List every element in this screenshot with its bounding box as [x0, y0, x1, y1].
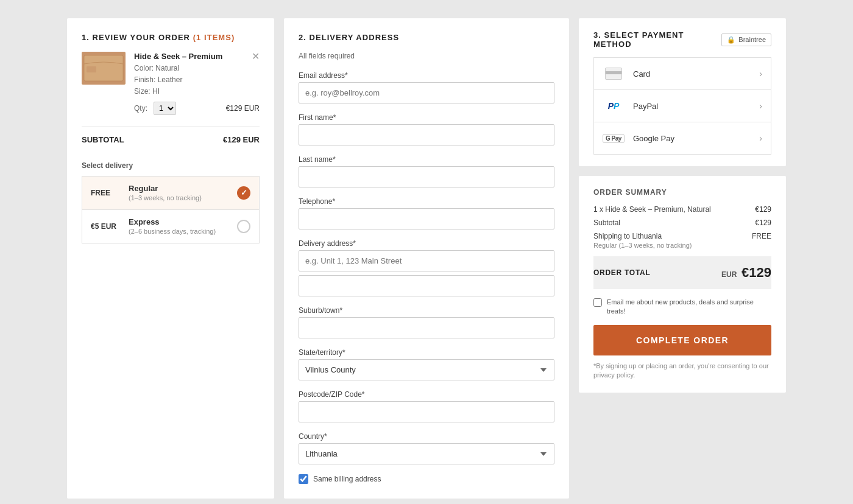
- payment-option-paypal[interactable]: PP PayPal ›: [593, 89, 771, 122]
- payment-option-googlepay[interactable]: G Pay Google Pay ›: [593, 122, 771, 155]
- email-label: Email address*: [299, 71, 554, 80]
- delivery-title: Select delivery: [82, 161, 260, 170]
- email-promo-checkbox[interactable]: [593, 298, 602, 307]
- delivery-options: FREE Regular (1–3 weeks, no tracking) €5…: [82, 176, 260, 243]
- payment-title: 3. SELECT PAYMENT METHOD: [593, 30, 721, 49]
- delivery-express-price: €5 EUR: [91, 222, 121, 231]
- suburb-group: Suburb/town*: [299, 306, 554, 338]
- postcode-group: Postcode/ZIP Code*: [299, 390, 554, 422]
- state-group: State/territory* Vilnius County Kaunas C…: [299, 348, 554, 380]
- order-review-title-text: 1. REVIEW YOUR ORDER: [82, 33, 190, 42]
- item-count-badge: (1 ITEMS): [193, 33, 235, 42]
- radio-regular[interactable]: [237, 186, 250, 200]
- delivery-address-group: Delivery address*: [299, 239, 554, 296]
- paypal-label: PayPal: [633, 102, 751, 111]
- country-label: Country*: [299, 432, 554, 441]
- postcode-input[interactable]: [299, 401, 554, 422]
- delivery-express-name: Express: [129, 217, 230, 226]
- order-total-row: ORDER TOTAL EUR €129: [593, 256, 771, 289]
- state-select[interactable]: Vilnius County Kaunas County Klaipėda Co…: [299, 359, 554, 380]
- summary-line-subtotal: Subtotal €129: [593, 219, 771, 227]
- braintree-badge: 🔒 Braintree: [721, 33, 771, 46]
- complete-order-button[interactable]: COMPLETE ORDER: [593, 325, 771, 355]
- radio-express[interactable]: [237, 220, 250, 233]
- shipping-value: FREE: [752, 232, 771, 240]
- payment-panel: 3. SELECT PAYMENT METHOD 🔒 Braintree Car…: [579, 18, 786, 499]
- delivery-express-info: Express (2–6 business days, tracking): [129, 217, 230, 236]
- email-promo-group: Email me about new products, deals and s…: [593, 298, 771, 317]
- order-item-details: Hide & Seek – Premium Color: Natural Fin…: [134, 52, 260, 115]
- subtotal-row: SUBTOTAL €129 EUR: [82, 126, 260, 153]
- item-qty-price: Qty: 1 2 3 €129 EUR: [134, 102, 260, 115]
- billing-same-label[interactable]: Same billing address: [313, 475, 381, 483]
- order-review-panel: 1. REVIEW YOUR ORDER (1 ITEMS) Hide & Se…: [67, 18, 274, 499]
- svg-rect-3: [87, 66, 96, 72]
- payment-option-card[interactable]: Card ›: [593, 57, 771, 90]
- first-name-group: First name*: [299, 113, 554, 145]
- product-image: [82, 52, 126, 85]
- qty-select[interactable]: 1 2 3: [154, 102, 176, 115]
- item-meta: Color: Natural Finish: Leather Size: HI: [134, 63, 260, 98]
- first-name-label: First name*: [299, 113, 554, 122]
- summary-subtotal-value: €129: [755, 219, 771, 227]
- shipping-label: Shipping to Lithuania: [593, 232, 662, 240]
- card-chevron-icon: ›: [759, 69, 762, 79]
- order-review-title: 1. REVIEW YOUR ORDER (1 ITEMS): [82, 33, 260, 42]
- summary-item-value: €129: [755, 205, 771, 214]
- paypal-chevron-icon: ›: [759, 101, 762, 111]
- first-name-input[interactable]: [299, 124, 554, 145]
- card-label: Card: [633, 69, 751, 79]
- delivery-title-heading: 2. DELIVERY ADDRESS: [299, 33, 554, 42]
- payment-method-section: 3. SELECT PAYMENT METHOD 🔒 Braintree Car…: [579, 18, 786, 166]
- delivery-option-express[interactable]: €5 EUR Express (2–6 business days, track…: [82, 209, 260, 243]
- delivery-address-input[interactable]: [299, 250, 554, 271]
- delivery-regular-name: Regular: [129, 184, 230, 193]
- delivery-option-regular[interactable]: FREE Regular (1–3 weeks, no tracking): [82, 176, 260, 209]
- checkout-container: 1. REVIEW YOUR ORDER (1 ITEMS) Hide & Se…: [67, 18, 786, 499]
- summary-shipping: Shipping to Lithuania FREE Regular (1–3 …: [593, 232, 771, 249]
- email-input[interactable]: [299, 82, 554, 103]
- delivery-subtitle: All fields required: [299, 52, 554, 60]
- card-icon: [603, 66, 625, 81]
- googlepay-icon: G Pay: [603, 131, 625, 145]
- delivery-free-price: FREE: [91, 189, 121, 197]
- email-group: Email address*: [299, 71, 554, 103]
- total-currency: EUR: [721, 270, 737, 279]
- order-total-value: EUR €129: [721, 265, 771, 281]
- telephone-input[interactable]: [299, 208, 554, 229]
- summary-subtotal-label: Subtotal: [593, 219, 755, 227]
- shipping-main-row: Shipping to Lithuania FREE: [593, 232, 771, 240]
- email-promo-label[interactable]: Email me about new products, deals and s…: [607, 298, 771, 317]
- country-select[interactable]: Lithuania Latvia Estonia: [299, 443, 554, 464]
- item-name: Hide & Seek – Premium: [134, 52, 260, 61]
- remove-item-button[interactable]: ✕: [252, 52, 260, 61]
- order-total-label: ORDER TOTAL: [593, 268, 650, 277]
- order-summary-title: ORDER SUMMARY: [593, 188, 771, 197]
- payment-options-list: Card › PP PayPal › G Pay Google Pay: [593, 57, 771, 155]
- delivery-express-desc: (2–6 business days, tracking): [129, 228, 216, 235]
- item-finish: Finish: Leather: [134, 75, 182, 84]
- delivery-address2-input[interactable]: [299, 275, 554, 296]
- billing-check-group: Same billing address: [299, 474, 554, 484]
- subtotal-value: €129 EUR: [223, 135, 260, 144]
- postcode-label: Postcode/ZIP Code*: [299, 390, 554, 399]
- last-name-group: Last name*: [299, 155, 554, 187]
- last-name-input[interactable]: [299, 166, 554, 187]
- lock-icon: 🔒: [727, 36, 735, 44]
- privacy-note: *By signing up or placing an order, you'…: [593, 362, 771, 380]
- delivery-regular-desc: (1–3 weeks, no tracking): [129, 194, 202, 201]
- state-label: State/territory*: [299, 348, 554, 357]
- delivery-address-panel: 2. DELIVERY ADDRESS All fields required …: [284, 18, 569, 499]
- qty-label: Qty:: [134, 104, 147, 113]
- billing-same-checkbox[interactable]: [299, 474, 308, 484]
- delivery-regular-info: Regular (1–3 weeks, no tracking): [129, 184, 230, 202]
- suburb-label: Suburb/town*: [299, 306, 554, 315]
- shipping-sub-text: Regular (1–3 weeks, no tracking): [593, 242, 771, 249]
- total-value: €129: [742, 265, 771, 280]
- googlepay-chevron-icon: ›: [759, 133, 762, 143]
- last-name-label: Last name*: [299, 155, 554, 164]
- country-group: Country* Lithuania Latvia Estonia: [299, 432, 554, 464]
- summary-line-item: 1 x Hide & Seek – Premium, Natural €129: [593, 205, 771, 214]
- order-summary-section: ORDER SUMMARY 1 x Hide & Seek – Premium,…: [579, 176, 786, 393]
- suburb-input[interactable]: [299, 317, 554, 338]
